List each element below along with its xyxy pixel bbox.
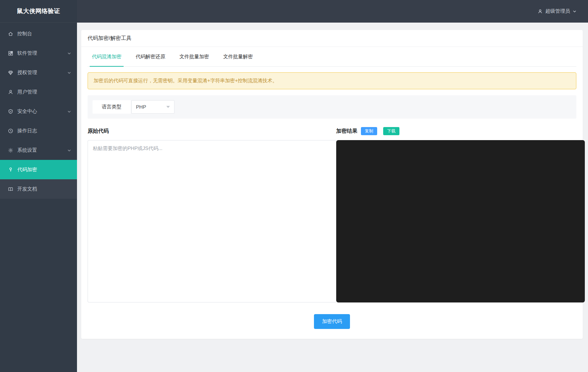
info-alert: 加密后的代码可直接运行，无需密钥。采用变量混淆+字符串加密+控制流混淆技术。 xyxy=(88,72,576,89)
apps-icon xyxy=(8,50,13,56)
sidebar-item-label: 开发文档 xyxy=(17,186,71,192)
chevron-down-icon xyxy=(67,148,71,152)
tab-code-obfuscate[interactable]: 代码混淆加密 xyxy=(92,47,121,67)
sidebar-item-code-encrypt[interactable]: 代码加密 xyxy=(0,160,77,179)
sidebar-item-label: 用户管理 xyxy=(17,89,71,95)
chevron-down-icon xyxy=(572,9,577,13)
language-select[interactable]: PHP xyxy=(131,100,174,114)
encrypt-result-label: 加密结果 xyxy=(336,128,357,134)
tab-code-decrypt[interactable]: 代码解密还原 xyxy=(136,47,165,67)
download-button[interactable]: 下载 xyxy=(383,127,399,135)
clock-icon xyxy=(8,128,13,134)
sidebar-item-dashboard[interactable]: 控制台 xyxy=(0,24,77,43)
editor-panes xyxy=(88,140,585,302)
result-label-group: 加密结果 复制 下载 xyxy=(336,127,585,135)
encrypt-code-button[interactable]: 加密代码 xyxy=(314,314,350,329)
sidebar: 鼠大侠网络验证 控制台 软件管理 授权管理 xyxy=(0,0,77,372)
key-icon xyxy=(8,167,13,173)
sidebar-item-logs[interactable]: 操作日志 xyxy=(0,121,77,140)
shield-check-icon xyxy=(8,109,13,114)
home-icon xyxy=(8,31,13,37)
person-icon xyxy=(537,9,543,14)
sidebar-item-authorization[interactable]: 授权管理 xyxy=(0,63,77,82)
user-icon xyxy=(8,89,13,95)
language-form: 语言类型 PHP xyxy=(88,95,576,119)
gear-icon xyxy=(8,148,13,153)
sidebar-item-users[interactable]: 用户管理 xyxy=(0,82,77,102)
chevron-down-icon xyxy=(67,51,71,55)
select-caret-icon xyxy=(166,106,170,108)
tool-card: 代码加密/解密工具 代码混淆加密 代码解密还原 文件批量加密 文件批量解密 加密… xyxy=(81,30,583,339)
main-area: 代码加密/解密工具 代码混淆加密 代码解密还原 文件批量加密 文件批量解密 加密… xyxy=(77,23,588,372)
sidebar-item-docs[interactable]: 开发文档 xyxy=(0,179,77,199)
tab-bar: 代码混淆加密 代码解密还原 文件批量加密 文件批量解密 xyxy=(88,47,576,67)
sidebar-item-label: 系统设置 xyxy=(17,147,67,154)
sidebar-item-label: 授权管理 xyxy=(17,70,67,76)
sidebar-item-label: 代码加密 xyxy=(17,167,71,173)
tab-file-batch-encrypt[interactable]: 文件批量加密 xyxy=(179,47,209,67)
action-row: 加密代码 xyxy=(88,314,576,329)
sidebar-menu: 控制台 软件管理 授权管理 用户管理 xyxy=(0,23,77,199)
sidebar-item-label: 安全中心 xyxy=(17,108,67,115)
gem-icon xyxy=(8,70,13,76)
source-code-input[interactable] xyxy=(88,140,336,302)
source-label-group: 原始代码 xyxy=(88,128,336,134)
chevron-down-icon xyxy=(67,109,71,114)
sidebar-item-settings[interactable]: 系统设置 xyxy=(0,140,77,160)
top-header: 超级管理员 xyxy=(77,0,588,23)
sidebar-item-label: 控制台 xyxy=(17,31,71,37)
language-type-label: 语言类型 xyxy=(93,100,131,114)
editor-labels-row: 原始代码 加密结果 复制 下载 xyxy=(88,127,585,135)
user-name: 超级管理员 xyxy=(545,8,570,14)
tab-file-batch-decrypt[interactable]: 文件批量解密 xyxy=(223,47,253,67)
sidebar-item-security[interactable]: 安全中心 xyxy=(0,102,77,121)
page-title: 代码加密/解密工具 xyxy=(81,30,583,47)
sidebar-item-label: 操作日志 xyxy=(17,128,71,134)
user-menu[interactable]: 超级管理员 xyxy=(537,8,577,14)
language-select-value: PHP xyxy=(136,104,146,110)
sidebar-item-software[interactable]: 软件管理 xyxy=(0,43,77,63)
source-pane xyxy=(88,140,336,302)
result-panel[interactable] xyxy=(336,140,585,302)
chevron-down-icon xyxy=(67,71,71,75)
tab-panel: 加密后的代码可直接运行，无需密钥。采用变量混淆+字符串加密+控制流混淆技术。 语… xyxy=(81,67,583,339)
app-title: 鼠大侠网络验证 xyxy=(0,0,77,23)
source-code-label: 原始代码 xyxy=(88,128,109,134)
copy-button[interactable]: 复制 xyxy=(361,127,377,135)
book-icon xyxy=(8,186,13,192)
sidebar-item-label: 软件管理 xyxy=(17,50,67,56)
